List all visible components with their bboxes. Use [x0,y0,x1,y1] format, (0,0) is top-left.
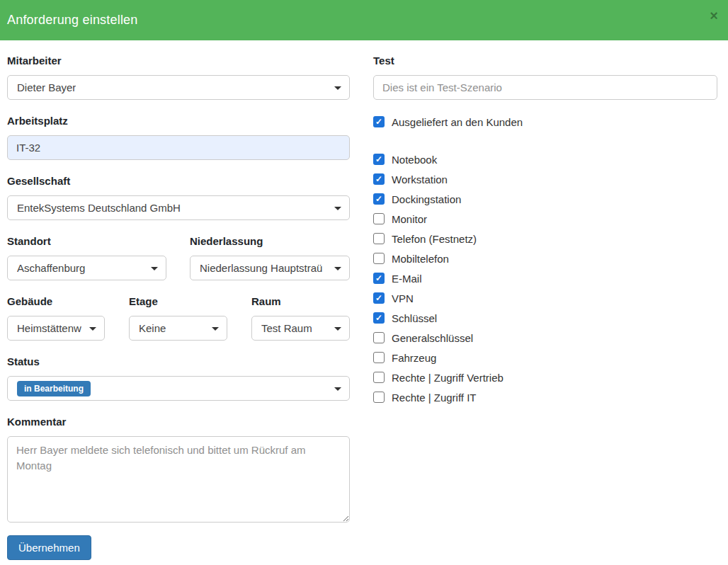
raum-value: Test Raum [261,322,312,334]
niederlassung-select[interactable]: Niederlassung Hauptstraü [190,256,350,280]
arbeitsplatz-group: Arbeitsplatz [7,114,350,160]
checkbox-unchecked-icon[interactable] [373,233,385,244]
gebaeude-label: Gebäude [7,295,105,309]
checkbox-unchecked-icon[interactable] [373,372,385,383]
checkbox-label: Mobiltelefon [392,253,449,265]
checkbox-checked-icon[interactable]: ✓ [373,116,385,127]
checkbox-unchecked-icon[interactable] [373,332,385,343]
chevron-down-icon [334,267,341,270]
checkbox-item-telefon-festnetz[interactable]: Telefon (Festnetz) [373,232,717,246]
kommentar-group: Kommentar [7,415,350,523]
checkbox-item-generalschlüssel[interactable]: Generalschlüssel [373,331,717,345]
checkbox-item-monitor[interactable]: Monitor [373,212,717,226]
checkbox-label: Notebook [392,154,437,166]
checkbox-label: Monitor [392,213,427,225]
checkbox-label: Telefon (Festnetz) [392,233,477,245]
checkbox-label: Ausgeliefert an den Kunden [392,116,523,128]
raum-select[interactable]: Test Raum [251,316,350,341]
standort-niederlassung-row: Standort Aschaffenburg Niederlassung Nie… [7,234,350,280]
niederlassung-value: Niederlassung Hauptstraü [200,262,322,274]
checkbox-unchecked-icon[interactable] [373,253,385,264]
status-select[interactable]: in Bearbeitung [7,376,350,401]
test-group: Test [373,54,717,100]
mitarbeiter-value: Dieter Bayer [17,81,76,93]
modal-anforderung: Anforderung einstellen × Mitarbeiter Die… [0,0,728,560]
modal-title: Anforderung einstellen [7,13,138,28]
form-right-column: Test ✓Ausgeliefert an den Kunden ✓Notebo… [373,54,717,410]
checkbox-item-mobiltelefon[interactable]: Mobiltelefon [373,251,717,266]
arbeitsplatz-label: Arbeitsplatz [7,114,350,128]
gesellschaft-group: Gesellschaft EntekSystems Deutschland Gm… [7,174,350,220]
test-label: Test [373,54,717,68]
standort-select[interactable]: Aschaffenburg [7,256,166,280]
checkbox-item-dockingstation[interactable]: ✓Dockingstation [373,192,717,206]
mitarbeiter-select[interactable]: Dieter Bayer [7,75,350,100]
checkbox-item-workstation[interactable]: ✓Workstation [373,172,717,186]
gesellschaft-value: EntekSystems Deutschland GmbH [17,202,181,214]
standort-label: Standort [7,234,166,249]
gebaeude-value: Heimstättenw [17,322,81,334]
checkbox-checked-icon[interactable]: ✓ [373,154,385,165]
gesellschaft-select[interactable]: EntekSystems Deutschland GmbH [7,195,350,220]
checkbox-label: VPN [392,292,414,304]
requirement-checkbox-list: ✓Notebook✓Workstation✓DockingstationMoni… [373,152,717,404]
checkbox-label: Generalschlüssel [392,332,473,344]
status-group: Status in Bearbeitung [7,355,350,401]
etage-select[interactable]: Keine [129,316,227,341]
checkbox-label: Dockingstation [392,193,461,205]
etage-label: Etage [129,295,227,309]
uebernehmen-button[interactable]: Übernehmen [7,535,91,560]
niederlassung-group: Niederlassung Niederlassung Hauptstraü [190,234,350,280]
gesellschaft-label: Gesellschaft [7,174,350,188]
etage-value: Keine [139,322,166,334]
chevron-down-icon [212,327,219,331]
gebaeude-group: Gebäude Heimstättenw [7,295,105,341]
mitarbeiter-label: Mitarbeiter [7,54,350,68]
checkbox-label: Rechte | Zugriff IT [392,392,477,404]
kommentar-textarea[interactable] [7,436,350,523]
chevron-down-icon [151,267,158,270]
checkbox-item-rechte-zugriff-vertrieb[interactable]: Rechte | Zugriff Vertrieb [373,370,717,384]
gebaeude-etage-raum-row: Gebäude Heimstättenw Etage Keine Raum [7,295,350,341]
checkbox-item-notebook[interactable]: ✓Notebook [373,152,717,166]
standort-value: Aschaffenburg [17,262,85,274]
checkbox-item-e-mail[interactable]: ✓E-Mail [373,271,717,285]
checkbox-unchecked-icon[interactable] [373,392,385,403]
status-badge: in Bearbeitung [17,381,91,396]
delivered-checkbox-slot: ✓Ausgeliefert an den Kunden [373,115,717,129]
checkbox-checked-icon[interactable]: ✓ [373,312,385,324]
checkbox-unchecked-icon[interactable] [373,213,385,224]
chevron-down-icon [334,207,341,210]
checkbox-item-rechte-zugriff-it[interactable]: Rechte | Zugriff IT [373,390,717,404]
form-left-column: Mitarbeiter Dieter Bayer Arbeitsplatz Ge… [7,54,350,560]
checkbox-label: Workstation [392,173,448,186]
checkbox-item-fahrzeug[interactable]: Fahrzeug [373,350,717,365]
status-label: Status [7,355,350,369]
etage-group: Etage Keine [129,295,227,341]
checkbox-label: Fahrzeug [392,352,436,364]
chevron-down-icon [334,387,341,391]
checkbox-item-vpn[interactable]: ✓VPN [373,291,717,305]
checkbox-checked-icon[interactable]: ✓ [373,292,385,304]
test-input[interactable] [373,75,717,100]
chevron-down-icon [334,327,341,331]
close-icon[interactable]: × [710,8,718,23]
gebaeude-select[interactable]: Heimstättenw [7,316,105,341]
modal-body: Mitarbeiter Dieter Bayer Arbeitsplatz Ge… [0,40,728,560]
kommentar-label: Kommentar [7,415,350,429]
standort-group: Standort Aschaffenburg [7,234,166,280]
checkbox-checked-icon[interactable]: ✓ [373,173,385,185]
arbeitsplatz-input[interactable] [7,135,350,160]
raum-group: Raum Test Raum [251,295,350,341]
mitarbeiter-group: Mitarbeiter Dieter Bayer [7,54,350,100]
niederlassung-label: Niederlassung [190,234,350,249]
modal-header: Anforderung einstellen × [0,0,728,40]
chevron-down-icon [334,86,341,90]
checkbox-label: Schlüssel [392,312,437,324]
checkbox-label: E-Mail [392,273,422,285]
checkbox-checked-icon[interactable]: ✓ [373,193,385,205]
checkbox-unchecked-icon[interactable] [373,352,385,363]
checkbox-checked-icon[interactable]: ✓ [373,273,385,284]
checkbox-item-schlüssel[interactable]: ✓Schlüssel [373,311,717,325]
checkbox-item-ausgeliefert-an-den-kunden[interactable]: ✓Ausgeliefert an den Kunden [373,115,717,129]
